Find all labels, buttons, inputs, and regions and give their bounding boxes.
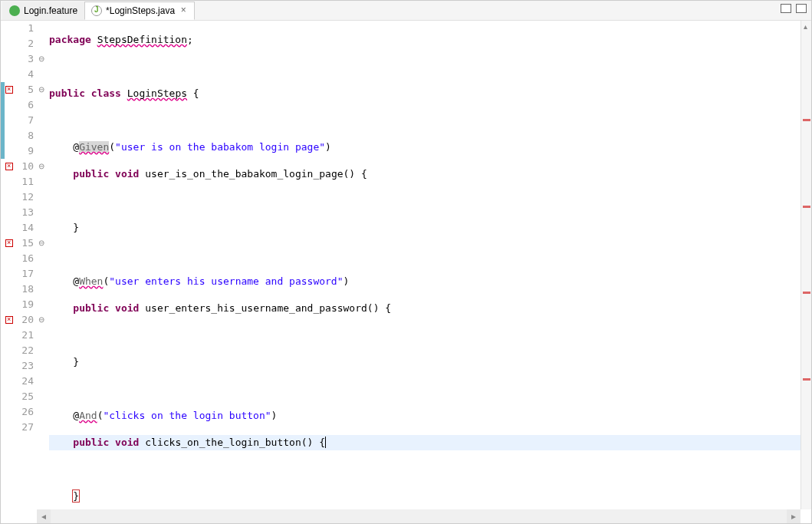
- line-number[interactable]: 14: [14, 220, 34, 236]
- scroll-left-icon[interactable]: ◂: [37, 509, 51, 523]
- fold-toggle-icon[interactable]: ⊖: [38, 56, 44, 62]
- code-line[interactable]: package StepsDefinition;: [49, 32, 811, 48]
- marker-column[interactable]: [5, 21, 14, 509]
- tab-login-feature[interactable]: Login.feature: [2, 2, 84, 20]
- code-line[interactable]: }: [49, 489, 811, 504]
- code-line[interactable]: }: [49, 354, 811, 370]
- error-marker-icon[interactable]: [5, 163, 13, 170]
- code-line[interactable]: @And("clicks on the login button"): [49, 408, 811, 423]
- error-marker-icon[interactable]: [5, 239, 13, 247]
- code-line[interactable]: [49, 59, 811, 74]
- code-line[interactable]: [49, 113, 811, 128]
- line-number[interactable]: 4: [14, 67, 34, 82]
- line-number[interactable]: 13: [14, 205, 34, 220]
- line-number[interactable]: 5: [14, 82, 34, 97]
- tab-label: *LoginSteps.java: [106, 5, 175, 16]
- code-content[interactable]: package StepsDefinition; public class Lo…: [46, 21, 811, 509]
- line-number[interactable]: 17: [14, 266, 34, 282]
- code-line[interactable]: public class LoginSteps {: [49, 86, 811, 101]
- code-line[interactable]: [49, 193, 811, 209]
- scroll-right-icon[interactable]: ▸: [787, 509, 800, 523]
- overview-error-mark[interactable]: [803, 119, 810, 121]
- overview-error-mark[interactable]: [803, 378, 810, 381]
- overview-ruler[interactable]: ▴: [800, 21, 811, 509]
- line-number[interactable]: 2: [14, 36, 34, 51]
- overview-error-mark[interactable]: [803, 292, 810, 294]
- code-line[interactable]: [49, 247, 811, 262]
- window-controls: [781, 4, 807, 13]
- java-file-icon: [91, 5, 102, 16]
- close-icon[interactable]: ×: [179, 6, 188, 15]
- code-line[interactable]: [49, 381, 811, 397]
- tab-bar: Login.feature *LoginSteps.java ×: [1, 1, 811, 21]
- error-marker-icon[interactable]: [5, 86, 13, 94]
- scroll-up-icon[interactable]: ▴: [804, 22, 810, 30]
- code-line-current[interactable]: public void clicks_on_the_login_button()…: [49, 435, 811, 450]
- line-number[interactable]: 27: [14, 420, 34, 435]
- code-line[interactable]: public void user_is_on_the_babakom_login…: [49, 166, 811, 182]
- fold-toggle-icon[interactable]: ⊖: [38, 240, 44, 246]
- line-number[interactable]: 23: [14, 358, 34, 374]
- error-marker-icon[interactable]: [5, 316, 13, 324]
- minimize-icon[interactable]: [781, 4, 791, 13]
- line-number[interactable]: 26: [14, 404, 34, 420]
- editor-window: Login.feature *LoginSteps.java × 1234567…: [0, 0, 812, 524]
- line-number[interactable]: 7: [14, 113, 34, 128]
- fold-toggle-icon[interactable]: ⊖: [38, 87, 44, 93]
- maximize-icon[interactable]: [796, 4, 807, 13]
- line-number[interactable]: 22: [14, 343, 34, 358]
- code-area: 1234567891011121314151617181920212223242…: [1, 21, 811, 509]
- code-line[interactable]: [49, 462, 811, 477]
- line-number[interactable]: 24: [14, 374, 34, 389]
- line-number[interactable]: 8: [14, 128, 34, 143]
- line-number[interactable]: 16: [14, 251, 34, 266]
- tab-label: Login.feature: [24, 5, 77, 16]
- line-number-gutter[interactable]: 1234567891011121314151617181920212223242…: [14, 21, 37, 509]
- cucumber-icon: [9, 5, 20, 16]
- text-caret: [325, 437, 326, 448]
- tab-loginsteps-java[interactable]: *LoginSteps.java ×: [84, 2, 195, 20]
- code-line[interactable]: @Given("user is on the babakom login pag…: [49, 140, 811, 155]
- line-number[interactable]: 19: [14, 297, 34, 312]
- overview-error-mark[interactable]: [803, 206, 810, 208]
- line-number[interactable]: 10: [14, 159, 34, 174]
- fold-toggle-icon[interactable]: ⊖: [38, 317, 44, 323]
- line-number[interactable]: 1: [14, 21, 34, 36]
- line-number[interactable]: 18: [14, 282, 34, 297]
- line-number[interactable]: 21: [14, 328, 34, 343]
- code-line[interactable]: [49, 328, 811, 343]
- line-number[interactable]: 6: [14, 97, 34, 113]
- line-number[interactable]: 12: [14, 189, 34, 205]
- line-number[interactable]: 9: [14, 143, 34, 159]
- line-number[interactable]: 3: [14, 51, 34, 67]
- code-line[interactable]: @When("user enters his username and pass…: [49, 274, 811, 289]
- horizontal-scrollbar[interactable]: ◂ ▸: [37, 509, 800, 523]
- line-number[interactable]: 15: [14, 236, 34, 251]
- scroll-track[interactable]: [51, 509, 787, 523]
- fold-toggle-icon[interactable]: ⊖: [38, 163, 44, 170]
- line-number[interactable]: 11: [14, 174, 34, 189]
- line-number[interactable]: 20: [14, 312, 34, 328]
- line-number[interactable]: 25: [14, 389, 34, 404]
- code-line[interactable]: public void user_enters_his_username_and…: [49, 301, 811, 316]
- fold-column[interactable]: ⊖⊖⊖⊖⊖: [37, 21, 46, 509]
- code-line[interactable]: }: [49, 220, 811, 236]
